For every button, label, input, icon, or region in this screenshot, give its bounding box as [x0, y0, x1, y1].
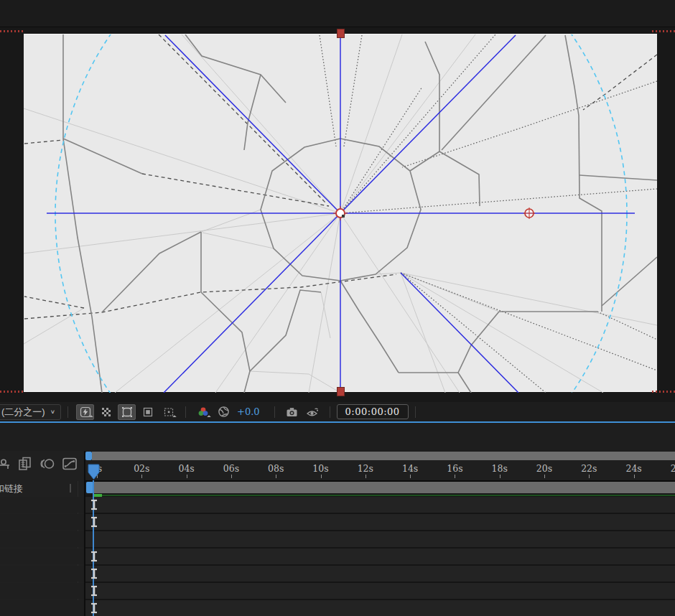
- transparency-grid-button[interactable]: [97, 404, 115, 420]
- bbox-handle-top[interactable]: [337, 29, 345, 38]
- viewer-toolbar: (二分之一) ∨: [0, 402, 675, 421]
- chevron-down-icon: ∨: [50, 409, 55, 415]
- timeline-navigator-bar[interactable]: [92, 452, 675, 460]
- ruler-label: 24s: [625, 463, 641, 474]
- frame-blend-icon: [17, 455, 34, 472]
- ruler-tick: [500, 475, 501, 478]
- ruler-label: 26s: [671, 463, 675, 474]
- ruler-tick: [141, 475, 142, 478]
- ruler-tick: [589, 475, 590, 478]
- magnification-label: (二分之一): [1, 406, 45, 419]
- channels-button[interactable]: [194, 404, 212, 420]
- frame-blend-button[interactable]: [16, 454, 34, 473]
- parent-link-column-header[interactable]: 和链接: [0, 481, 84, 495]
- ruler-label: 22s: [581, 463, 597, 474]
- ruler-tick: [634, 475, 635, 478]
- ruler-label: 06s: [223, 463, 239, 474]
- layer-duration-marker[interactable]: [90, 568, 98, 579]
- layer-duration-marker[interactable]: [90, 602, 98, 614]
- ruler-label: 12s: [358, 463, 373, 474]
- selection-bbox-dash-bottom-right: [652, 391, 675, 393]
- ruler-label: 10s: [312, 463, 328, 474]
- bbox-handle-bottom[interactable]: [337, 387, 345, 396]
- ruler-tick: [455, 475, 455, 478]
- composition-canvas[interactable]: [24, 34, 657, 392]
- ruler-label: 02s: [134, 463, 149, 474]
- toolbar-separator: [274, 406, 275, 418]
- pasteboard-top: [0, 0, 675, 27]
- panel-gap: [0, 423, 675, 451]
- button-flyout-arrow: [172, 415, 177, 419]
- selection-bbox-dash-bottom-left: [0, 391, 23, 393]
- layer-duration-marker[interactable]: [90, 516, 98, 528]
- toolbar-separator: [185, 406, 186, 418]
- playhead[interactable]: [87, 464, 100, 480]
- graph-editor-icon: [61, 455, 78, 472]
- layer-row-header[interactable]: [0, 497, 84, 513]
- ruler-label: 14s: [402, 463, 418, 474]
- work-area-bar[interactable]: [94, 482, 675, 493]
- selection-bbox-dash-top-left: [0, 30, 23, 32]
- transparency-grid-icon: [101, 406, 112, 418]
- shatter-wireframe: [24, 34, 657, 393]
- button-flyout-arrow: [89, 415, 93, 419]
- layer-row-header[interactable]: [0, 600, 84, 616]
- layer-row-track[interactable]: [85, 566, 675, 582]
- layer-row-header[interactable]: [0, 531, 84, 547]
- layer-row-track[interactable]: [85, 600, 675, 616]
- layer-row-header[interactable]: [0, 514, 84, 530]
- composition-panel: [0, 0, 675, 402]
- shy-icon: [0, 455, 11, 472]
- motion-blur-button[interactable]: [38, 454, 57, 473]
- motion-blur-icon: [39, 455, 56, 472]
- panel-divider[interactable]: [84, 451, 85, 616]
- layer-row-track[interactable]: [85, 497, 675, 513]
- layer-duration-marker[interactable]: [90, 551, 98, 562]
- toolbar-separator: [68, 406, 68, 418]
- layer-row-track[interactable]: [85, 531, 675, 547]
- column-divider[interactable]: [70, 484, 71, 493]
- navigator-start-handle[interactable]: [85, 452, 92, 460]
- show-snapshot-icon: [306, 406, 319, 418]
- ruler-tick: [410, 475, 411, 478]
- layer-row-track[interactable]: [85, 514, 675, 530]
- region-of-interest-button[interactable]: [139, 404, 157, 420]
- graph-editor-button[interactable]: [60, 454, 79, 473]
- exposure-icon: [218, 406, 230, 418]
- shy-button[interactable]: [0, 454, 12, 473]
- after-effects-window: (二分之一) ∨: [0, 0, 675, 616]
- timeline-panel: 0s02s04s06s08s10s12s14s16s18s20s22s24s26…: [0, 451, 675, 616]
- layer-row-header[interactable]: [0, 566, 84, 582]
- selection-bbox-dash-top-right: [652, 30, 675, 32]
- toolbar-separator: [330, 406, 330, 418]
- render-bar: [102, 495, 675, 496]
- parent-link-label: 和链接: [0, 482, 23, 495]
- snapshot-button[interactable]: [283, 404, 301, 420]
- magnification-dropdown[interactable]: (二分之一) ∨: [0, 404, 61, 420]
- layer-duration-marker[interactable]: [90, 499, 98, 510]
- layer-row-track[interactable]: [85, 549, 675, 564]
- fast-previews-button[interactable]: [76, 404, 94, 420]
- show-snapshot-button[interactable]: [304, 404, 322, 420]
- layer-row-header[interactable]: [0, 583, 84, 599]
- ruler-tick: [544, 475, 545, 478]
- layer-row-header[interactable]: [0, 549, 84, 564]
- ruler-label: 16s: [447, 463, 462, 474]
- time-ruler[interactable]: 0s02s04s06s08s10s12s14s16s18s20s22s24s26…: [85, 460, 675, 480]
- region-of-interest-icon: [142, 406, 154, 418]
- button-flyout-arrow: [207, 415, 211, 419]
- ruler-tick: [187, 475, 187, 478]
- exposure-value[interactable]: +0.0: [237, 406, 260, 417]
- ruler-tick: [321, 475, 322, 478]
- toolbar-separator: [415, 406, 416, 418]
- current-time-field[interactable]: 0:00:00:00: [337, 404, 409, 419]
- target-region-button[interactable]: [159, 404, 177, 420]
- ruler-label: 20s: [536, 463, 552, 474]
- ruler-tick: [366, 475, 366, 478]
- layer-duration-marker[interactable]: [90, 585, 98, 597]
- ruler-label: 04s: [178, 463, 194, 474]
- snapshot-icon: [286, 406, 298, 418]
- exposure-button[interactable]: [215, 404, 233, 420]
- layer-row-track[interactable]: [85, 583, 675, 599]
- mask-visibility-button[interactable]: [118, 404, 136, 420]
